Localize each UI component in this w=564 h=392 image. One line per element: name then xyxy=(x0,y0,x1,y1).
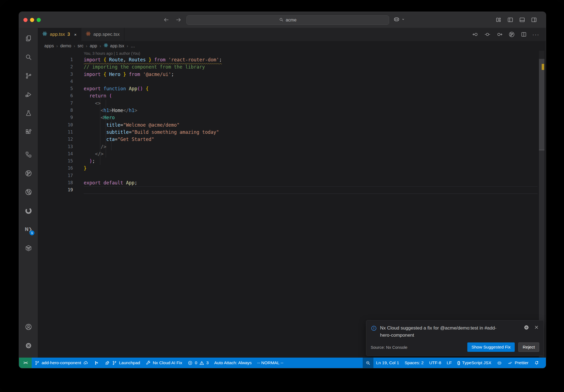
tab-label: app.spec.tsx xyxy=(93,32,120,37)
code-line-2[interactable]: 2// importing the component from the lib… xyxy=(38,63,538,70)
code-line-15[interactable]: 15 ); xyxy=(38,157,538,165)
line-number: 15 xyxy=(38,157,73,165)
status-notifications-bell[interactable] xyxy=(531,358,542,368)
gitlens-circle-button[interactable] xyxy=(508,31,516,38)
status-cursor-position[interactable]: Ln 19, Col 1 xyxy=(373,358,402,368)
breadcrumb-item-demo[interactable]: demo xyxy=(60,43,71,48)
status-label: LF xyxy=(447,360,452,365)
status-indentation[interactable]: Spaces: 2 xyxy=(402,358,426,368)
activity-edge-browser-button[interactable] xyxy=(22,204,35,217)
status-launchpad[interactable]: Launchpad xyxy=(102,358,143,368)
git-blame-annotation: You, 3 hours ago | 1 author (You) xyxy=(84,51,140,56)
activity-settings-button[interactable] xyxy=(22,339,35,352)
copilot-menu[interactable] xyxy=(393,16,406,24)
code-line-19[interactable]: 19 xyxy=(38,186,538,194)
code-line-5[interactable]: 5export function App() { xyxy=(38,85,538,92)
activity-package-explorer-button[interactable] xyxy=(22,241,35,255)
status-language-mode[interactable]: {}TypeScript JSX xyxy=(454,358,494,368)
code-line-14[interactable]: 14 </> xyxy=(38,150,538,157)
nav-back-circle-button[interactable] xyxy=(471,31,479,38)
activity-explorer-button[interactable] xyxy=(22,32,35,45)
line-number: 4 xyxy=(38,78,73,85)
tab-app-spec-tsx[interactable]: app.spec.tsx xyxy=(81,28,124,41)
command-center[interactable]: acme xyxy=(186,15,389,25)
activity-gitlens-inspect-button[interactable] xyxy=(22,185,35,198)
status-encoding[interactable]: UTF-8 xyxy=(426,358,444,368)
status-git-graph[interactable] xyxy=(91,358,102,368)
reject-button[interactable]: Reject xyxy=(518,342,539,352)
copilot-icon[interactable] xyxy=(393,16,400,24)
breadcrumb-item-src[interactable]: src xyxy=(78,43,83,48)
ellipsis-button[interactable]: ··· xyxy=(532,31,540,38)
layout-customize-button[interactable] xyxy=(495,16,502,23)
activity-gitlens-button[interactable] xyxy=(22,167,35,180)
status-nx-cloud-ai-fix[interactable]: Nx Cloud AI Fix xyxy=(143,358,185,368)
code-line-13[interactable]: 13 /> xyxy=(38,143,538,150)
notification-message: Nx Cloud suggested a fix for @acme/demo:… xyxy=(380,325,507,339)
react-icon xyxy=(42,31,47,38)
activity-type-hierarchy-button[interactable] xyxy=(22,148,35,161)
notification-close-icon[interactable] xyxy=(534,325,539,339)
code-line-9[interactable]: 9 <Hero xyxy=(38,114,538,121)
breadcrumb-item-apptsx[interactable]: app.tsx xyxy=(104,43,124,49)
breadcrumb-label: app xyxy=(90,43,97,48)
activity-testing-button[interactable] xyxy=(22,107,35,120)
code-line-17[interactable]: 17 xyxy=(38,172,538,179)
code-text: import { Route, Routes } from 'react-rou… xyxy=(84,56,222,63)
tab-app-tsx[interactable]: app.tsx3× xyxy=(38,28,81,41)
status-label: Nx Cloud AI Fix xyxy=(153,360,182,365)
code-line-12[interactable]: 12 cta="Get Started" xyxy=(38,136,538,143)
breadcrumb-item-app[interactable]: app xyxy=(90,43,97,48)
code-line-10[interactable]: 10 title="Welcmoe @acme/demo" xyxy=(38,121,538,129)
status-copilot-status[interactable] xyxy=(494,358,505,368)
activity-extensions-button[interactable] xyxy=(22,125,35,138)
nav-circle-button[interactable] xyxy=(484,31,491,38)
activity-search-button[interactable] xyxy=(22,50,35,64)
code-line-16[interactable]: 16} xyxy=(38,165,538,172)
line-number: 16 xyxy=(38,165,73,172)
split-editor-button[interactable] xyxy=(520,31,528,38)
code-line-8[interactable]: 8 <h1>Home</h1> xyxy=(38,107,538,114)
nav-left-button[interactable] xyxy=(163,16,170,23)
activity-run-debug-button[interactable] xyxy=(22,88,35,101)
nav-fwd-circle-button[interactable] xyxy=(496,31,503,38)
breadcrumb-item-[interactable]: … xyxy=(131,43,135,48)
breadcrumb-item-apps[interactable]: apps xyxy=(44,43,54,48)
layout-sidebar-left-button[interactable] xyxy=(507,16,514,23)
nav-right-button[interactable] xyxy=(175,16,182,23)
chevron-down-icon[interactable] xyxy=(401,17,406,23)
activity-source-control-button[interactable] xyxy=(22,69,35,82)
status-problems[interactable]: 03 xyxy=(185,358,211,368)
editor-pane[interactable]: You, 3 hours ago | 1 author (You) 1impor… xyxy=(38,51,546,358)
scrollbar-thumb[interactable] xyxy=(539,59,544,150)
breadcrumb: apps›demo›src›app›app.tsx›… xyxy=(38,41,539,51)
status-auto-attach[interactable]: Auto Attach: Always xyxy=(212,358,254,368)
tab-close-icon[interactable]: × xyxy=(74,32,77,37)
code-line-18[interactable]: 18export default App; xyxy=(38,179,538,186)
git-graph-icon xyxy=(94,360,99,366)
traffic-light-minimize[interactable] xyxy=(30,18,34,22)
remote-indicator[interactable]: >< xyxy=(19,358,32,368)
notification-toast: Nx Cloud suggested a fix for @acme/demo:… xyxy=(366,320,544,356)
notification-settings-gear-icon[interactable] xyxy=(524,325,529,339)
activity-nx-console-button[interactable]: N❯1 xyxy=(22,223,35,236)
code-line-4[interactable]: 4 xyxy=(38,78,538,85)
status-formatter[interactable]: Prettier xyxy=(505,358,531,368)
status-eol[interactable]: LF xyxy=(444,358,454,368)
code-line-7[interactable]: 7 <> xyxy=(38,100,538,107)
code-line-3[interactable]: 3import { Hero } from '@acme/ui'; xyxy=(38,71,538,78)
code-line-11[interactable]: 11 subtitle="Build something amazing tod… xyxy=(38,129,538,136)
code-line-6[interactable]: 6 return ( xyxy=(38,92,538,99)
status-zoom-out[interactable] xyxy=(363,358,373,368)
status-git-branch[interactable]: add-hero-component xyxy=(32,358,91,368)
show-suggested-fix-button[interactable]: Show Suggested Fix xyxy=(467,342,515,352)
activity-accounts-button[interactable] xyxy=(22,320,35,333)
status-vim-mode[interactable]: -- NORMAL -- xyxy=(254,358,286,368)
layout-panel-button[interactable] xyxy=(519,16,526,23)
code-line-1[interactable]: 1import { Route, Routes } from 'react-ro… xyxy=(38,56,538,63)
search-icon xyxy=(279,17,284,23)
layout-sidebar-right-button[interactable] xyxy=(530,16,538,23)
traffic-light-close[interactable] xyxy=(23,18,28,22)
traffic-light-zoom[interactable] xyxy=(37,18,41,22)
line-number: 3 xyxy=(38,71,73,78)
